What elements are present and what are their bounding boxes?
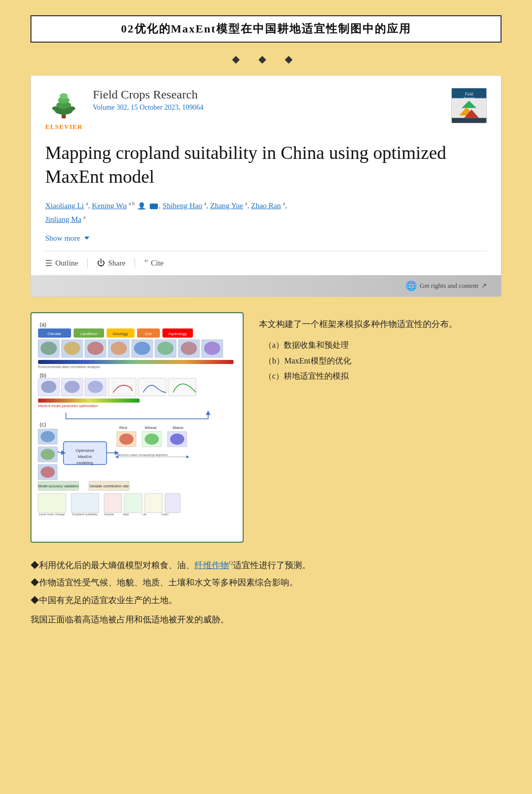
decorative-dots: ◆ ◆ ◆ [30, 53, 502, 65]
cite-button[interactable]: ” Cite [144, 258, 173, 268]
svg-point-35 [134, 342, 150, 355]
bullet-item-1: ◆利用优化后的最大熵值模型对粮食、油、纤维作物Q适宜性进行了预测。 [30, 558, 502, 574]
svg-text:Field: Field [465, 92, 473, 96]
svg-rect-14 [452, 118, 486, 123]
svg-rect-91 [145, 493, 162, 513]
figure-item-b: （b）MaxEnt模型的优化 [259, 353, 502, 369]
svg-text:Lab: Lab [142, 513, 147, 516]
svg-rect-54 [138, 378, 166, 396]
svg-text:Land cover change: Land cover change [39, 513, 65, 516]
page-title: 02优化的MaxEnt模型在中国耕地适宜性制图中的应用 [30, 15, 502, 43]
svg-point-83 [170, 434, 184, 445]
elsevier-brand-label: ELSEVIER [45, 123, 83, 131]
svg-text:(c): (c) [40, 421, 46, 427]
cite-label: Cite [151, 259, 163, 268]
svg-text:modeling: modeling [77, 460, 93, 465]
svg-text:Geology: Geology [113, 332, 128, 336]
svg-point-60 [41, 431, 55, 442]
journal-name: Field Crops Research [93, 88, 451, 102]
show-more-button[interactable]: Show more [45, 234, 89, 243]
figure-image: (a) Climate Landform Geology Soil Hydrol… [30, 312, 244, 543]
bullet-item-3: ◆中国有充足的适宜农业生产的土地。 [30, 593, 502, 609]
svg-point-33 [111, 342, 127, 355]
svg-text:Hydrology: Hydrology [169, 332, 187, 336]
journal-header: ELSEVIER Field Crops Research Volume 302… [45, 88, 487, 131]
svg-text:Minimum-value compositing algo: Minimum-value compositing algorithm [117, 453, 168, 456]
svg-text:MaxEnt: MaxEnt [78, 454, 92, 459]
author-zhang[interactable]: Zhang Yue [210, 202, 243, 210]
external-link-icon: ↗ [481, 282, 487, 290]
figure-item-c: （c）耕地适宜性的模拟 [259, 369, 502, 384]
content-section: (a) Climate Landform Geology Soil Hydrol… [30, 312, 502, 543]
svg-rect-42 [38, 360, 234, 364]
svg-text:Soybean: Soybean [104, 513, 114, 516]
rights-label: Get rights and content [420, 282, 478, 290]
svg-text:(a): (a) [40, 321, 46, 327]
quote-icon: ” [144, 258, 148, 268]
svg-point-39 [181, 342, 197, 355]
svg-text:Environmental data correlation: Environmental data correlation analysis [38, 365, 101, 369]
rights-bar[interactable]: 🌐 Get rights and content ↗ [31, 275, 501, 296]
journal-volume: Volume 302, 15 October 2023, 109064 [93, 104, 451, 112]
elsevier-logo: ELSEVIER [45, 88, 83, 131]
author-shiheng[interactable]: Shiheng Hao [162, 202, 202, 210]
figure-description: 本文构建了一个框架来模拟多种作物适宜性的分布。 （a）数据收集和预处理 （b）M… [259, 312, 502, 384]
svg-point-37 [157, 342, 174, 355]
svg-point-48 [64, 381, 80, 393]
svg-point-62 [41, 449, 55, 460]
svg-text:Maize: Maize [173, 425, 184, 430]
bullet-points-section: ◆利用优化后的最大熵值模型对粮食、油、纤维作物Q适宜性进行了预测。 ◆作物适宜性… [30, 558, 502, 609]
svg-text:Variable contribution rate: Variable contribution rate [89, 484, 128, 488]
svg-point-6 [69, 107, 76, 111]
svg-text:MaxEnt model parameter optimiz: MaxEnt model parameter optimization [38, 404, 98, 408]
outline-button[interactable]: ☰ Outline [45, 258, 88, 268]
author-jinliang[interactable]: Jinliang Ma [45, 215, 81, 223]
svg-point-29 [64, 342, 80, 355]
svg-line-69 [57, 452, 63, 453]
fiber-crop-link[interactable]: 纤维作物 [194, 560, 229, 570]
svg-text:Landform: Landform [80, 332, 97, 336]
svg-text:Optimized: Optimized [76, 448, 94, 453]
svg-text:Cotton: Cotton [161, 513, 169, 516]
author-xiaoliang[interactable]: Xiaoliang Li [45, 202, 84, 210]
svg-text:Research: Research [463, 96, 474, 100]
show-more-label: Show more [45, 234, 80, 243]
share-icon: ⏻ [97, 258, 105, 268]
authors-line: Xiaoliang Li a, Kening Wu a b 👤 , Shihen… [45, 199, 487, 226]
author-kening[interactable]: Kening Wu [92, 202, 127, 210]
elsevier-tree-icon [47, 88, 80, 121]
svg-text:Soil: Soil [145, 332, 152, 336]
svg-text:Model accuracy validation: Model accuracy validation [38, 484, 79, 488]
svg-point-81 [145, 434, 159, 445]
svg-rect-89 [104, 493, 122, 513]
svg-rect-55 [168, 378, 196, 396]
person-icon: 👤 [138, 200, 146, 212]
article-title: Mapping cropland suitability in China us… [45, 141, 487, 189]
journal-info: Field Crops Research Volume 302, 15 Octo… [83, 88, 451, 112]
last-line-text: 我国正面临着高适地被占用和低适地被开发的威胁。 [30, 612, 502, 628]
svg-point-4 [60, 93, 68, 99]
outline-icon: ☰ [45, 258, 52, 268]
svg-point-27 [41, 342, 57, 355]
chevron-down-icon [84, 237, 89, 240]
svg-point-41 [204, 342, 220, 355]
author-zhao[interactable]: Zhao Ran [251, 202, 281, 210]
share-button[interactable]: ⏻ Share [97, 258, 135, 268]
svg-point-46 [41, 381, 56, 393]
svg-point-79 [119, 434, 134, 445]
svg-point-50 [88, 381, 103, 393]
figure-item-a: （a）数据收集和预处理 [259, 338, 502, 353]
svg-rect-56 [38, 399, 140, 403]
svg-rect-85 [38, 493, 66, 513]
svg-text:Wheat: Wheat [145, 425, 157, 430]
article-card: ELSEVIER Field Crops Research Volume 302… [30, 75, 502, 297]
svg-rect-87 [71, 493, 99, 513]
svg-text:Climate: Climate [47, 332, 61, 336]
share-label: Share [108, 259, 125, 268]
figure-diagram: (a) Climate Landform Geology Soil Hydrol… [36, 317, 239, 536]
bullet-item-2: ◆作物适宜性受气候、地貌、地质、土壤和水文等多种因素综合影响。 [30, 575, 502, 591]
outline-label: Outline [55, 259, 78, 268]
svg-rect-90 [124, 493, 142, 513]
svg-point-31 [87, 342, 104, 355]
article-actions-bar: ☰ Outline ⏻ Share ” Cite [45, 251, 487, 275]
